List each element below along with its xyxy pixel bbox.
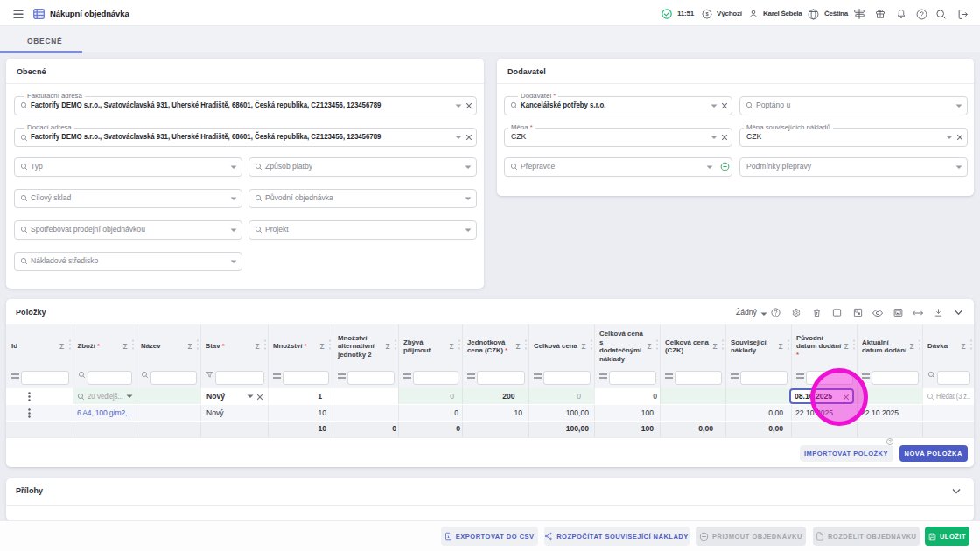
svg-text:$: $	[705, 11, 708, 17]
